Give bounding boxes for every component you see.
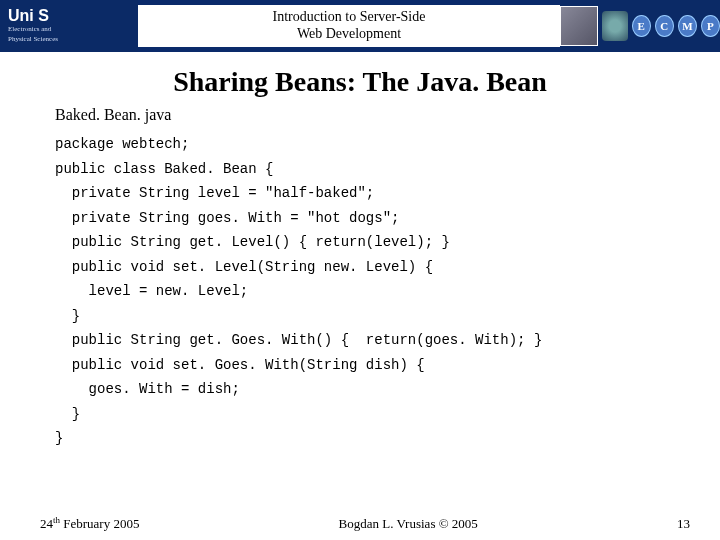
header-photo [560, 6, 598, 46]
footer-author: Bogdan L. Vrusias © 2005 [339, 516, 478, 532]
footer-page-number: 13 [677, 516, 690, 532]
slide-footer: 24th February 2005 Bogdan L. Vrusias © 2… [0, 515, 720, 532]
date-ordinal: th [53, 515, 60, 525]
date-rest: February 2005 [60, 516, 139, 531]
badge-c: C [655, 15, 674, 37]
badge-e: E [632, 15, 651, 37]
header-logo-block: Uni S Electronics and Physical Sciences [0, 0, 138, 52]
course-title-line1: Introduction to Server-Side [273, 9, 426, 26]
code-filename: Baked. Bean. java [55, 106, 680, 124]
department-line1: Electronics and [8, 26, 138, 34]
slide-title: Sharing Beans: The Java. Bean [0, 66, 720, 98]
footer-date: 24th February 2005 [40, 515, 139, 532]
date-day: 24 [40, 516, 53, 531]
code-block: package webtech; public class Baked. Bea… [55, 132, 680, 451]
badge-p: P [701, 15, 720, 37]
header-right-block: E C M P [560, 0, 720, 52]
slide-content: Baked. Bean. java package webtech; publi… [0, 106, 720, 451]
header-emblem [602, 11, 628, 41]
course-title-line2: Web Development [297, 26, 401, 43]
badge-m: M [678, 15, 697, 37]
header-title-block: Introduction to Server-Side Web Developm… [138, 5, 560, 47]
slide-header: Uni S Electronics and Physical Sciences … [0, 0, 720, 52]
university-logo: Uni S [8, 8, 138, 24]
department-line2: Physical Sciences [8, 36, 138, 44]
